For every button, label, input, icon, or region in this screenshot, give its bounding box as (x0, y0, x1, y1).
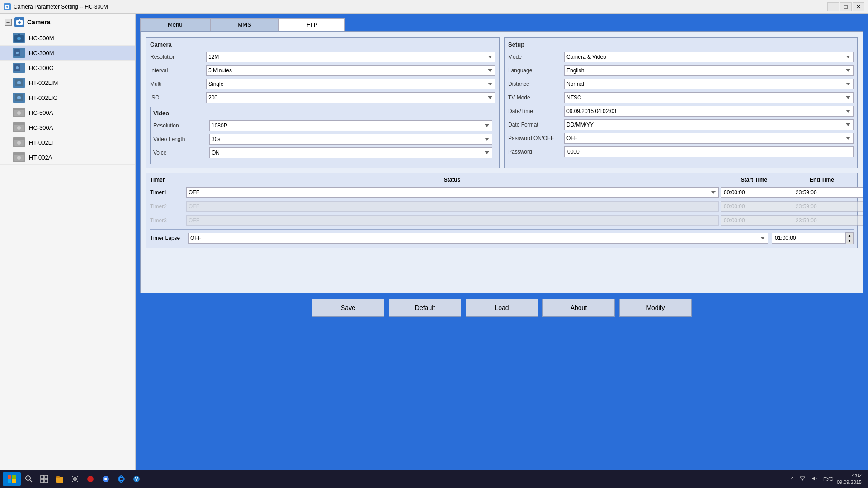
device-icon-hc300g (13, 63, 25, 73)
search-taskbar-icon[interactable] (22, 472, 36, 486)
tray-volume[interactable] (810, 474, 820, 483)
svg-rect-4 (19, 19, 20, 21)
distance-select[interactable]: NormalFarNear (564, 79, 854, 89)
timer-lapse-time-input[interactable] (772, 233, 845, 244)
video-resolution-select[interactable]: 1080P720P480P (209, 120, 492, 131)
language-select[interactable]: EnglishChineseFrench (564, 65, 854, 76)
timer2-start-input[interactable] (721, 201, 794, 212)
start-button[interactable] (3, 472, 21, 486)
sidebar-item-ht002lim[interactable]: HT-002LIM (0, 75, 135, 90)
setup-group: Setup Mode Camera & VideoCameraVideo Lan… (504, 37, 858, 168)
title-bar-left: Camera Parameter Setting -- HC-300M (4, 3, 108, 10)
sidebar-item-ht002a[interactable]: HT-002A (0, 150, 135, 165)
timer1-end-input[interactable] (793, 187, 863, 198)
timer-lapse-down[interactable]: ▼ (846, 238, 853, 244)
default-button[interactable]: Default (389, 299, 461, 317)
language-field: Language EnglishChineseFrench (508, 65, 854, 76)
datetime-select[interactable]: 09.09.2015 04:02:03 (564, 106, 854, 117)
svg-rect-29 (12, 479, 16, 483)
timer1-start-input[interactable] (721, 187, 794, 198)
sidebar-item-hc500m[interactable]: HC-500M (0, 31, 135, 46)
timer1-end-wrapper: ▲ ▼ (793, 187, 854, 198)
tab-mms[interactable]: MMS (210, 18, 279, 31)
timer1-start-wrapper: ▲ ▼ (721, 187, 791, 198)
close-button[interactable]: ✕ (853, 2, 864, 11)
timer3-end-input[interactable] (793, 215, 863, 226)
task-view-icon[interactable] (37, 472, 52, 486)
modify-button[interactable]: Modify (619, 299, 692, 317)
sidebar: ─ Camera HC-500M HC-300M HC-300G (0, 14, 136, 488)
about-button[interactable]: About (542, 299, 615, 317)
timer3-start-input[interactable] (721, 215, 794, 226)
settings-taskbar-icon[interactable] (68, 472, 82, 486)
video-length-select[interactable]: 30s10s60s (209, 134, 492, 145)
ie-taskbar-icon[interactable] (114, 472, 128, 486)
password-onoff-select[interactable]: OFFON (564, 133, 854, 144)
sidebar-label-ht002li: HT-002LI (29, 139, 53, 146)
maximize-button[interactable]: □ (840, 2, 852, 11)
voice-select[interactable]: ONOFF (209, 147, 492, 158)
tvmode-select[interactable]: NTSCPAL (564, 92, 854, 103)
timer2-label: Timer2 (150, 203, 184, 210)
paint-taskbar-icon[interactable] (83, 472, 98, 486)
device-icon-ht002li (13, 137, 25, 147)
bottom-buttons: Save Default Load About Modify (140, 293, 863, 322)
chrome-taskbar-icon[interactable] (99, 472, 113, 486)
resolution-label: Resolution (150, 54, 204, 60)
timer2-end-input[interactable] (793, 201, 863, 212)
minimize-button[interactable]: ─ (827, 2, 839, 11)
interval-field: Interval 5 Minutes1 Minute10 Minutes (150, 65, 495, 76)
timer2-status-select[interactable]: OFFON (186, 201, 719, 212)
sidebar-item-ht002li[interactable]: HT-002LI (0, 135, 135, 150)
timer-lapse-time-wrapper: ▲ ▼ (772, 232, 854, 244)
sidebar-item-hc500a[interactable]: HC-500A (0, 105, 135, 120)
voice-field: Voice ONOFF (153, 147, 492, 158)
tray-lang[interactable]: РУС (821, 475, 835, 483)
svg-rect-34 (41, 479, 44, 483)
sidebar-item-hc300g[interactable]: HC-300G (0, 61, 135, 75)
tvmode-field: TV Mode NTSCPAL (508, 92, 854, 103)
password-onoff-label: Password ON/OFF (508, 135, 562, 141)
video-resolution-field: Resolution 1080P720P480P (153, 120, 492, 131)
app-body: ─ Camera HC-500M HC-300M HC-300G (0, 14, 868, 488)
svg-rect-27 (12, 475, 16, 479)
sidebar-header: ─ Camera (0, 14, 135, 31)
tab-ftp[interactable]: FTP (279, 18, 345, 31)
mode-select[interactable]: Camera & VideoCameraVideo (564, 52, 854, 62)
svg-point-39 (87, 476, 94, 482)
timer1-status-select[interactable]: OFFON (186, 187, 719, 198)
timer-lapse-up[interactable]: ▲ (846, 233, 853, 238)
timer-lapse-spinner: ▲ ▼ (845, 232, 854, 244)
svg-rect-12 (20, 65, 24, 70)
timer-lapse-row: Timer Lapse OFFON ▲ ▼ (150, 232, 854, 244)
iso-select[interactable]: 200400800Auto (206, 92, 495, 103)
save-button[interactable]: Save (312, 299, 384, 317)
file-explorer-icon[interactable] (52, 472, 67, 486)
tab-menu[interactable]: Menu (140, 18, 210, 31)
start-time-col-label: Start Time (718, 177, 790, 183)
iso-label: ISO (150, 94, 204, 101)
timer-lapse-status-select[interactable]: OFFON (188, 233, 768, 244)
tray-clock[interactable]: 4:02 09.09.2015 (837, 472, 862, 486)
svg-point-21 (17, 126, 21, 130)
tray-chevron[interactable]: ^ (789, 475, 795, 483)
sidebar-item-hc300a[interactable]: HC-300A (0, 120, 135, 135)
system-tray: ^ РУС 4:02 09.09.2015 (789, 472, 865, 486)
interval-select[interactable]: 5 Minutes1 Minute10 Minutes (206, 65, 495, 76)
language-label: Language (508, 67, 562, 74)
sidebar-item-hc300m[interactable]: HC-300M (0, 46, 135, 61)
timer3-status-select[interactable]: OFFON (186, 215, 719, 226)
svg-rect-26 (8, 475, 11, 479)
resolution-select[interactable]: 12M8M5M3M (206, 52, 495, 62)
load-button[interactable]: Load (466, 299, 538, 317)
status-col-label: Status (186, 177, 718, 183)
app-taskbar-icon[interactable]: V (129, 472, 144, 486)
sidebar-label-ht002lig: HT-002LIG (29, 94, 58, 101)
tray-network[interactable] (797, 474, 808, 483)
svg-line-31 (30, 480, 32, 482)
sidebar-item-ht002lig[interactable]: HT-002LIG (0, 90, 135, 105)
password-input[interactable] (564, 146, 854, 157)
dateformat-select[interactable]: DD/MM/YYMM/DD/YYYY/MM/DD (564, 119, 854, 130)
collapse-button[interactable]: ─ (5, 19, 12, 26)
multi-select[interactable]: Single23 (206, 79, 495, 89)
